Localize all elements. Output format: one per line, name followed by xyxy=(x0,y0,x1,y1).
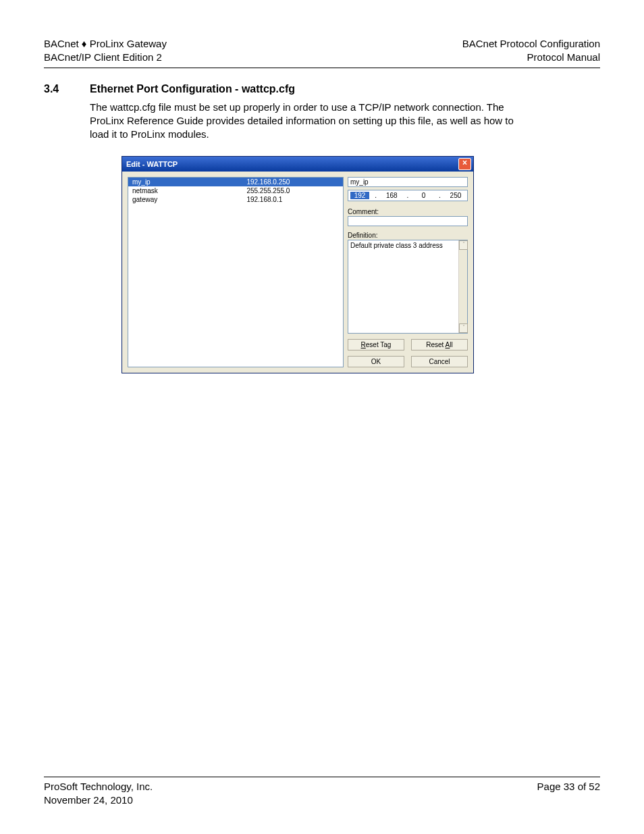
header-left-line1: BACnet ♦ ProLinx Gateway xyxy=(44,37,167,51)
definition-text: Default private class 3 address xyxy=(350,242,443,249)
detail-pane: my_ip 192 . 168 . 0 . 250 Comment: Defin… xyxy=(348,177,468,367)
dialog-titlebar[interactable]: Edit - WATTCP × xyxy=(122,157,473,172)
ip-octet-2[interactable]: 168 xyxy=(382,192,401,199)
list-item[interactable]: netmask 255.255.255.0 xyxy=(128,186,343,195)
parameter-list[interactable]: my_ip 192.168.0.250 netmask 255.255.255.… xyxy=(128,177,344,367)
field-name-box: my_ip xyxy=(348,177,468,187)
dialog-body: my_ip 192.168.0.250 netmask 255.255.255.… xyxy=(122,172,473,373)
section-heading: 3.4 Ethernet Port Configuration - wattcp… xyxy=(44,83,600,95)
close-icon[interactable]: × xyxy=(458,158,471,170)
header-right-line1: BACnet Protocol Configuration xyxy=(462,37,600,51)
ip-dot: . xyxy=(439,192,441,199)
dialog-title: Edit - WATTCP xyxy=(126,160,178,168)
comment-input[interactable] xyxy=(348,216,468,226)
list-item[interactable]: gateway 192.168.0.1 xyxy=(128,195,343,204)
reset-tag-button[interactable]: Reset Tag xyxy=(348,339,404,350)
button-row-2: OK Cancel xyxy=(348,356,468,367)
ip-octet-4[interactable]: 250 xyxy=(446,192,465,199)
scroll-up-icon[interactable]: ˄ xyxy=(459,240,468,250)
param-value: 255.255.255.0 xyxy=(246,187,340,194)
header-right-line2: Protocol Manual xyxy=(462,51,600,64)
section-body: The wattcp.cfg file must be set up prope… xyxy=(90,101,522,142)
page: BACnet ♦ ProLinx Gateway BACnet/IP Clien… xyxy=(0,0,644,834)
ip-dot: . xyxy=(407,192,409,199)
footer-company: ProSoft Technology, Inc. xyxy=(44,780,153,793)
definition-box: Default private class 3 address ˄ ˅ xyxy=(348,240,468,334)
ip-input[interactable]: 192 . 168 . 0 . 250 xyxy=(348,190,468,201)
page-header: BACnet ♦ ProLinx Gateway BACnet/IP Clien… xyxy=(44,37,600,68)
reset-all-prefix: Reset xyxy=(426,341,445,348)
ip-octet-1[interactable]: 192 xyxy=(350,192,369,199)
comment-label: Comment: xyxy=(348,208,468,215)
footer-page: Page 33 of 52 xyxy=(537,780,600,808)
footer-date: November 24, 2010 xyxy=(44,793,153,807)
param-name: netmask xyxy=(132,187,246,194)
scroll-down-icon[interactable]: ˅ xyxy=(459,323,468,333)
footer-left: ProSoft Technology, Inc. November 24, 20… xyxy=(44,780,153,808)
page-footer: ProSoft Technology, Inc. November 24, 20… xyxy=(44,777,600,808)
param-value: 192.168.0.250 xyxy=(246,178,340,186)
section-title: Ethernet Port Configuration - wattcp.cfg xyxy=(90,83,295,95)
cancel-button[interactable]: Cancel xyxy=(411,356,468,367)
reset-all-button[interactable]: Reset All xyxy=(411,339,468,350)
wattcp-dialog: Edit - WATTCP × my_ip 192.168.0.250 netm… xyxy=(122,156,474,373)
section: 3.4 Ethernet Port Configuration - wattcp… xyxy=(44,83,600,142)
header-left: BACnet ♦ ProLinx Gateway BACnet/IP Clien… xyxy=(44,37,167,65)
ip-dot: . xyxy=(375,192,377,199)
reset-tag-label-rest: eset Tag xyxy=(366,341,392,348)
param-value: 192.168.0.1 xyxy=(246,196,340,203)
header-left-line2: BACnet/IP Client Edition 2 xyxy=(44,51,167,64)
button-row-1: Reset Tag Reset All xyxy=(348,339,468,350)
header-right: BACnet Protocol Configuration Protocol M… xyxy=(462,37,600,65)
ok-button[interactable]: OK xyxy=(348,356,404,367)
reset-all-suffix: ll xyxy=(450,341,452,348)
definition-label: Definition: xyxy=(348,232,468,239)
ip-octet-3[interactable]: 0 xyxy=(414,192,433,199)
list-item[interactable]: my_ip 192.168.0.250 xyxy=(128,178,343,186)
section-number: 3.4 xyxy=(44,83,71,95)
param-name: my_ip xyxy=(132,178,246,186)
param-name: gateway xyxy=(132,196,246,203)
scrollbar[interactable]: ˄ ˅ xyxy=(458,240,467,333)
